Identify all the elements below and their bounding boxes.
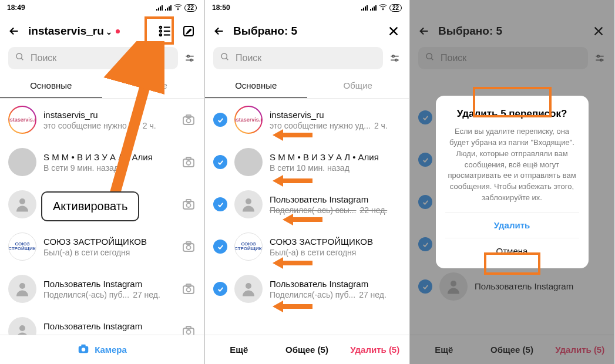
checkbox-checked[interactable] (213, 113, 227, 127)
mark-general-button[interactable]: Общее (5) (273, 345, 341, 355)
svg-point-40 (382, 9, 383, 10)
screen-1: 18:49 22 instaservis_ru⌄ Поиск Основные … (0, 0, 205, 364)
chat-name: Пользователь Instagram (43, 321, 174, 331)
tab-general[interactable]: Общие (307, 73, 409, 98)
camera-label: Камера (95, 345, 127, 355)
back-button[interactable] (7, 24, 21, 38)
chat-subtitle (43, 200, 174, 210)
appbar: instaservis_ru⌄ (0, 15, 204, 47)
svg-point-29 (187, 288, 191, 292)
chat-name: instaservis_ru (43, 110, 174, 120)
tabs: Основные Общие (205, 73, 409, 99)
svg-point-3 (160, 30, 162, 32)
svg-point-49 (246, 198, 251, 204)
svg-point-31 (19, 325, 25, 331)
camera-bar[interactable]: Камера (0, 335, 204, 364)
checkbox-checked[interactable] (213, 155, 227, 169)
tab-primary[interactable]: Основные (205, 73, 307, 98)
back-button[interactable] (212, 24, 226, 38)
filter-button[interactable] (184, 52, 196, 64)
chat-subtitle: Поделился(-ась) ссы...22 нед. (270, 205, 401, 215)
camera-icon[interactable] (182, 155, 196, 169)
screen-3: 18:49 23 Выбрано: 5 Поиск Пользователь I… (410, 0, 615, 364)
chat-row[interactable]: Пользователь InstagramПоделился(-ась) пу… (205, 268, 409, 310)
battery-icon: 22 (184, 4, 197, 12)
svg-rect-28 (183, 286, 194, 294)
camera-icon[interactable] (182, 324, 196, 335)
avatar (234, 148, 263, 176)
svg-point-15 (187, 119, 191, 123)
delete-button[interactable]: Удалить (5) (341, 345, 409, 355)
status-icons: 22 (156, 4, 197, 12)
chat-name: СОЮЗ ЗАСТРОЙЩИКОВ (270, 237, 401, 247)
camera-icon[interactable] (182, 240, 196, 254)
compose-button[interactable] (180, 23, 197, 39)
svg-rect-19 (186, 157, 191, 160)
signal-icon (156, 5, 163, 11)
search-input[interactable]: Поиск (213, 47, 383, 69)
chat-row[interactable]: СОЮЗЗАСТРОЙЩИКОВСОЮЗ ЗАСТРОЙЩИКОВБыл(-а)… (205, 225, 409, 268)
chat-row[interactable]: S M M • В И З У А Л • АлияВ сети 9 мин. … (0, 141, 204, 183)
svg-line-44 (226, 58, 228, 60)
chat-name: СОЮЗ ЗАСТРОЙЩИКОВ (43, 237, 174, 247)
camera-icon[interactable] (182, 197, 196, 211)
notification-dot (116, 29, 120, 33)
camera-icon[interactable] (182, 282, 196, 296)
chat-row[interactable]: S M M • В И З У А Л • АлияВ сети 10 мин.… (205, 141, 409, 183)
svg-rect-23 (186, 200, 191, 202)
camera-icon[interactable] (182, 113, 196, 127)
chat-name: Пользователь Instagram (270, 194, 401, 204)
tab-general[interactable]: Общие (102, 73, 204, 98)
wifi-icon (379, 5, 387, 11)
avatar: Instaservis.ru (8, 106, 36, 134)
avatar (8, 190, 36, 218)
chat-subtitle: В сети 9 мин. назад (43, 163, 174, 173)
search-icon (15, 52, 25, 64)
filter-button[interactable] (389, 52, 401, 64)
statusbar: 18:50 22 (205, 0, 409, 15)
select-list-button[interactable] (157, 23, 173, 39)
appbar: Выбрано: 5 (205, 15, 409, 47)
checkbox-checked[interactable] (213, 282, 227, 296)
chat-name: Пользователь Instagram (43, 279, 174, 289)
svg-point-0 (177, 9, 178, 10)
battery-icon: 22 (389, 4, 402, 12)
status-icons: 22 (361, 4, 402, 12)
chat-subtitle: это сообщение нужно у...2 ч. (43, 121, 174, 130)
chat-row[interactable]: Instaservis.ruinstaservis_ruэто сообщени… (0, 99, 204, 141)
avatar (234, 190, 263, 218)
search-placeholder: Поиск (236, 53, 261, 63)
checkbox-checked[interactable] (213, 240, 227, 254)
dialog-cancel-button[interactable]: Отмена (445, 238, 579, 264)
search-row: Поиск (205, 47, 409, 73)
svg-point-5 (160, 34, 162, 36)
svg-point-27 (19, 283, 25, 289)
tab-primary[interactable]: Основные (0, 73, 102, 98)
svg-point-18 (187, 161, 191, 165)
chat-row[interactable]: СОЮЗЗАСТРОЙЩИКОВСОЮЗ ЗАСТРОЙЩИКОВБыл(-а)… (0, 225, 204, 268)
chat-row[interactable] (0, 183, 204, 225)
chat-subtitle: Поделился(-ась) пуб...27 нед. (270, 290, 401, 299)
chat-name: S M M • В И З У А Л • Алия (270, 152, 401, 162)
checkbox-checked[interactable] (213, 197, 227, 211)
svg-rect-37 (82, 345, 86, 347)
account-title[interactable]: instaservis_ru⌄ (28, 25, 150, 38)
svg-point-33 (187, 330, 191, 334)
status-time: 18:49 (7, 4, 25, 12)
chat-row[interactable]: Пользователь InstagramПоделился(-ась) сс… (205, 183, 409, 225)
chat-name: S M M • В И З У А Л • Алия (43, 152, 174, 162)
svg-point-20 (19, 198, 25, 204)
avatar (8, 148, 36, 176)
svg-rect-34 (186, 326, 191, 329)
svg-line-9 (21, 58, 23, 60)
svg-point-8 (16, 53, 22, 59)
chat-row[interactable]: Пользователь InstagramПоделился(-ась) пу… (0, 268, 204, 310)
svg-point-50 (246, 283, 251, 289)
dialog-delete-button[interactable]: Удалить (445, 212, 579, 238)
more-button[interactable]: Ещё (205, 345, 273, 355)
search-input[interactable]: Поиск (8, 47, 178, 69)
avatar (234, 275, 263, 303)
chat-row[interactable]: Instaservis.ruinstaservis_ruэто сообщени… (205, 99, 409, 141)
close-button[interactable] (385, 23, 402, 39)
chat-row[interactable]: Пользователь Instagram (0, 310, 204, 335)
